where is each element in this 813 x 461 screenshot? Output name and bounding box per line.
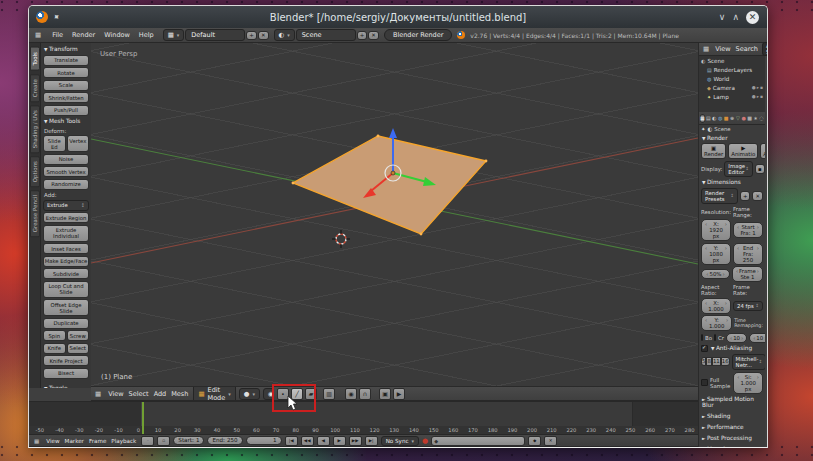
tab-render-layers[interactable]: ▤ (706, 114, 711, 123)
tab-scene[interactable]: ◐ (712, 114, 717, 123)
lock-time-toggle[interactable]: ▫ (157, 436, 170, 446)
toggle-editmode-panel-header[interactable]: Toggle Editmode (43, 384, 89, 388)
opengl-render-anim-button[interactable]: ▶ (393, 388, 405, 400)
tab-world[interactable]: ◍ (718, 114, 723, 123)
menu-item[interactable]: View (44, 438, 61, 444)
timeline-track[interactable] (29, 402, 698, 426)
auto-keyframe-record-button[interactable]: ● (422, 437, 428, 445)
occlude-toggle-button[interactable]: ▥ (323, 388, 335, 400)
tab-physics[interactable]: ◌ (759, 114, 764, 123)
audio-button[interactable]: ♪ Audio (760, 143, 765, 159)
menu-item[interactable]: Marker (63, 438, 86, 444)
tool-button[interactable]: Shrink/Fatten (43, 92, 89, 103)
tool-button[interactable]: Scale (43, 80, 89, 91)
fps-dropdown[interactable]: 24 fps (733, 301, 763, 311)
tool-button[interactable]: Bisect (43, 368, 89, 379)
mesh-tools-panel-header[interactable]: Mesh Tools (43, 117, 89, 125)
shelf-tab[interactable]: Shading / UVs (30, 105, 40, 153)
dimensions-panel-header[interactable]: Dimensions (701, 178, 763, 186)
render-panel-header[interactable]: Render (701, 134, 763, 142)
tool-button[interactable]: Offset Edge Slide (43, 299, 89, 316)
start-frame-field[interactable]: Start Fra: 1 (733, 222, 763, 238)
selectability-icon[interactable]: ▸ (757, 94, 759, 99)
layout-icon-dropdown[interactable]: ▦ (163, 29, 185, 41)
visibility-icon[interactable]: ● (752, 94, 756, 99)
menu-item[interactable]: File (48, 30, 67, 40)
shelf-tab[interactable]: Create (30, 74, 40, 102)
tool-button[interactable]: Noise (43, 154, 89, 165)
menu-item[interactable]: Mesh (169, 389, 190, 399)
outliner-view-menu[interactable]: ViewSearch (713, 45, 760, 53)
tab-texture[interactable]: ▩ (747, 114, 752, 123)
pin-icon[interactable]: ✦ (701, 126, 706, 132)
animation-button[interactable]: ▶ Animatio (728, 143, 758, 159)
tool-button[interactable]: Translate (43, 55, 89, 66)
render-presets-dropdown[interactable]: Render Presets (701, 188, 738, 204)
collapsed-panel-header[interactable]: Sampled Motion Blur (701, 395, 763, 409)
add-layout-button[interactable]: + (246, 31, 257, 40)
prev-keyframe-button[interactable]: ◀◀ (301, 436, 314, 446)
renderability-icon[interactable]: ▪ (760, 85, 763, 90)
outliner-item-renderlayers[interactable]: ▤RenderLayers (699, 65, 765, 74)
menu-item[interactable]: Render (68, 30, 99, 40)
aa-size-field[interactable]: Si: 1.000 px (733, 372, 763, 394)
scene-icon-dropdown[interactable]: ◐ (274, 29, 295, 41)
tool-button[interactable]: Spin (43, 330, 66, 341)
tool-button[interactable]: Vertex (67, 135, 90, 152)
tool-button[interactable]: Knife Project (43, 355, 89, 366)
tool-button[interactable]: Screw (67, 330, 90, 341)
collapsed-panel-header[interactable]: Performance (701, 423, 763, 431)
remap-old-field[interactable]: 10 (726, 333, 747, 343)
full-sample-checkbox[interactable] (701, 379, 708, 386)
aspect-y-field[interactable]: Y: 1.000 (701, 315, 732, 331)
tab-particles[interactable]: ∗ (753, 114, 758, 123)
shelf-tab[interactable]: Grease Pencil (30, 190, 40, 237)
antialiasing-panel-header[interactable]: Anti-Aliasing (710, 344, 763, 352)
layout-name-field[interactable]: Default (185, 29, 245, 41)
tool-button[interactable]: Subdivide (43, 268, 89, 279)
shading-dropdown[interactable]: ● (239, 388, 260, 400)
tool-button[interactable]: Randomize (43, 179, 89, 190)
tool-button[interactable]: Make Edge/Face (43, 256, 89, 267)
tool-button[interactable]: Smooth Vertex (43, 166, 89, 177)
display-dropdown[interactable]: Image Editor (724, 161, 753, 177)
outliner-item-scene[interactable]: ◐Scene (699, 56, 765, 65)
aa-checkbox[interactable] (701, 345, 708, 352)
sync-mode-dropdown[interactable]: No Sync (381, 436, 419, 446)
aa-sample-button[interactable]: 11 (712, 357, 721, 366)
timeline-frame-range[interactable] (141, 402, 633, 426)
tab-modifiers[interactable]: ⊕ (730, 114, 735, 123)
render-button[interactable]: ▣ Render (701, 143, 726, 159)
menu-item[interactable]: Help (135, 30, 158, 40)
next-keyframe-button[interactable]: ▶▶ (349, 436, 362, 446)
snap-toggle-button[interactable]: ∩ (359, 388, 371, 400)
menu-item[interactable]: Select (127, 389, 151, 399)
renderability-icon[interactable]: ▪ (760, 94, 763, 99)
viewport-3d[interactable]: User Persp (1) Plane (91, 43, 698, 386)
visibility-icon[interactable]: ● (752, 85, 756, 90)
play-reverse-button[interactable]: ◀ (317, 436, 330, 446)
outliner-editor-icon[interactable]: ▦ (701, 45, 711, 53)
menu-item[interactable]: Frame (87, 438, 108, 444)
scene-name-field[interactable]: Scene (296, 29, 356, 41)
transform-panel-header[interactable]: Transform (43, 45, 89, 53)
mode-dropdown[interactable]: ▦Edit Mode (193, 387, 235, 400)
end-frame-field[interactable]: End:250 (207, 436, 242, 445)
tool-button[interactable]: Knife (43, 343, 66, 354)
aspect-x-field[interactable]: X: 1.000 (701, 298, 731, 314)
tool-button[interactable]: Inset Faces (43, 243, 89, 254)
outliner-item-lamp[interactable]: ✦Lamp●▸▪ (699, 92, 765, 101)
menu-item[interactable]: Playback (109, 438, 138, 444)
outliner-item-camera[interactable]: ◆Camera●▸▪ (699, 83, 765, 92)
tool-button[interactable]: Extrude Region (43, 212, 89, 223)
tool-button[interactable]: Select (67, 343, 90, 354)
render-engine-selector[interactable]: Blender Render (384, 29, 452, 41)
start-frame-field[interactable]: Start:1 (173, 436, 204, 445)
tool-button[interactable]: Extrude Individual (43, 225, 89, 242)
opengl-render-button[interactable]: ▣ (379, 388, 391, 400)
resolution-percent-field[interactable]: 50% (701, 269, 730, 279)
maximize-button[interactable]: ∧ (732, 12, 739, 22)
menu-item[interactable]: View (106, 389, 125, 399)
delete-layout-button[interactable]: ✕ (258, 31, 269, 40)
tool-button[interactable]: Slide Ed (43, 135, 66, 152)
